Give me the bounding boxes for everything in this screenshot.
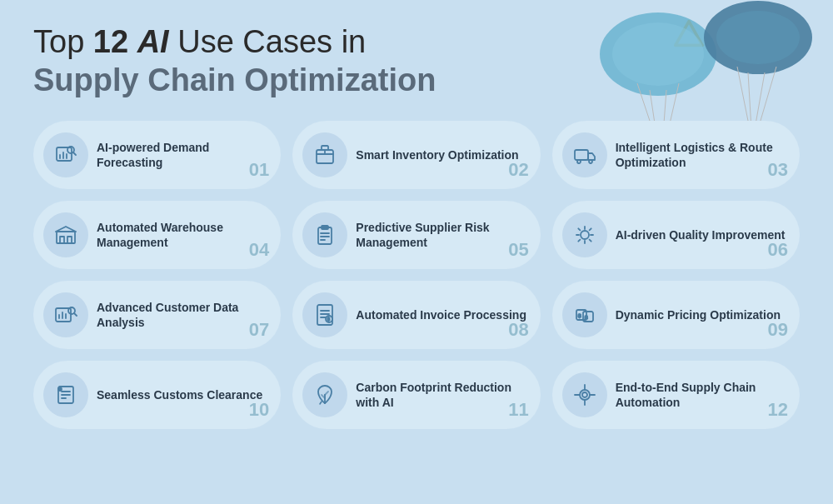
card-label-07: Advanced Customer Data Analysis	[97, 300, 269, 330]
svg-point-31	[589, 160, 592, 163]
svg-point-63	[580, 390, 590, 400]
leaf-icon	[302, 372, 347, 417]
card-number-03: 03	[768, 159, 788, 181]
svg-point-30	[577, 160, 581, 163]
svg-line-46	[74, 313, 77, 316]
card-05: Predictive Supplier Risk Management 05	[292, 201, 540, 269]
card-12: End-to-End Supply Chain Automation 12	[552, 361, 800, 429]
svg-line-24	[73, 152, 76, 155]
card-number-12: 12	[768, 399, 788, 421]
title-line2: Supply Chain Optimization	[33, 62, 800, 100]
card-label-05: Predictive Supplier Risk Management	[356, 220, 528, 250]
card-11: Carbon Footprint Reduction with AI 11	[292, 361, 540, 429]
svg-text:$: $	[585, 315, 588, 320]
card-08: $ Automated Invoice Processing 08	[292, 281, 540, 349]
card-number-10: 10	[249, 399, 269, 421]
card-number-06: 06	[768, 239, 788, 261]
card-label-02: Smart Inventory Optimization	[356, 147, 528, 162]
svg-point-61	[58, 387, 62, 391]
card-label-03: Intelligent Logistics & Route Optimizati…	[616, 140, 788, 170]
card-label-04: Automated Warehouse Management	[97, 220, 269, 250]
card-number-07: 07	[249, 319, 269, 341]
card-06: AI-driven Quality Improvement 06	[552, 201, 800, 269]
svg-text:$: $	[578, 313, 581, 318]
customs-icon	[43, 372, 88, 417]
card-09: $ $ Dynamic Pricing Optimization 09	[552, 281, 800, 349]
card-01: AI-powered Demand Forecasting 01	[33, 121, 281, 189]
card-number-11: 11	[508, 399, 528, 421]
svg-rect-34	[67, 237, 72, 243]
title-post: Use Cases in	[169, 24, 367, 59]
card-label-10: Seamless Customs Clearance	[97, 387, 269, 402]
card-number-01: 01	[249, 159, 269, 181]
card-label-06: AI-driven Quality Improvement	[616, 227, 788, 242]
title-num: 12	[93, 24, 128, 59]
card-04: Automated Warehouse Management 04	[33, 201, 281, 269]
card-number-05: 05	[508, 239, 528, 261]
svg-marker-0	[676, 22, 702, 46]
title-pre: Top	[33, 24, 93, 59]
cards-grid: AI-powered Demand Forecasting 01 Smart I…	[0, 107, 833, 442]
svg-text:$: $	[327, 317, 330, 322]
card-label-08: Automated Invoice Processing	[356, 307, 528, 322]
svg-rect-28	[322, 146, 328, 150]
card-07: Advanced Customer Data Analysis 07	[33, 281, 281, 349]
brand-logo	[674, 18, 704, 52]
page-header: Top 12 AI Use Cases in Supply Chain Opti…	[0, 0, 833, 107]
card-label-11: Carbon Footprint Reduction with AI	[356, 380, 528, 410]
card-number-02: 02	[508, 159, 528, 181]
chart-magnify-icon	[43, 292, 88, 337]
invoice-icon: $	[302, 292, 347, 337]
card-label-01: AI-powered Demand Forecasting	[97, 140, 269, 170]
card-10: Seamless Customs Clearance 10	[33, 361, 281, 429]
gear-brain-icon	[562, 212, 607, 257]
card-number-09: 09	[768, 319, 788, 341]
svg-rect-35	[318, 227, 332, 244]
card-02: Smart Inventory Optimization 02	[292, 121, 540, 189]
card-number-04: 04	[249, 239, 269, 261]
box-icon	[302, 132, 347, 177]
card-label-09: Dynamic Pricing Optimization	[616, 307, 788, 322]
card-label-12: End-to-End Supply Chain Automation	[616, 380, 788, 410]
card-03: Intelligent Logistics & Route Optimizati…	[552, 121, 800, 189]
title-ai: AI	[137, 24, 169, 59]
svg-rect-33	[60, 237, 64, 243]
svg-rect-19	[57, 147, 72, 161]
chain-icon	[562, 372, 607, 417]
truck-icon	[562, 132, 607, 177]
svg-rect-29	[575, 150, 588, 160]
warehouse-icon	[43, 212, 88, 257]
svg-point-40	[581, 231, 589, 239]
dollar-tag-icon: $ $	[562, 292, 607, 337]
card-number-08: 08	[508, 319, 528, 341]
svg-point-64	[582, 392, 587, 397]
chart-search-icon	[43, 132, 88, 177]
clipboard-icon	[302, 212, 347, 257]
